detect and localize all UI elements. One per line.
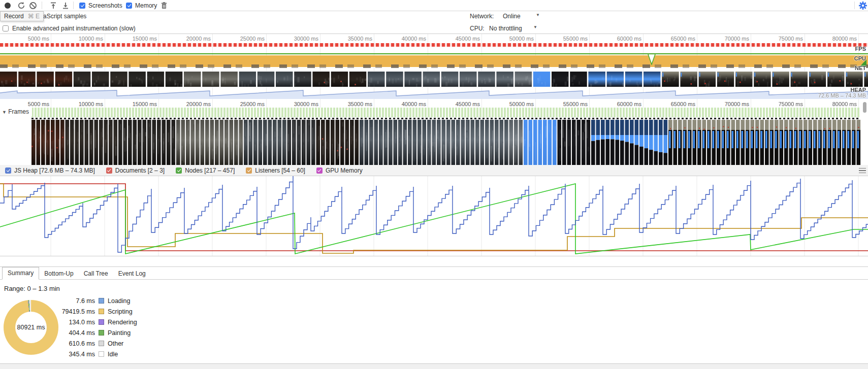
counter-checkbox[interactable] (5, 167, 11, 174)
ruler-tick-label: 50000 ms (509, 36, 534, 42)
ruler-tick-label: 20000 ms (186, 101, 211, 107)
counter-checkbox[interactable] (106, 167, 112, 174)
summary-swatch (99, 319, 104, 325)
frames-section-header[interactable]: ▼ Frames (0, 107, 32, 116)
clear-icon[interactable] (28, 1, 38, 10)
counter-checkbox[interactable] (176, 167, 182, 174)
summary-swatch (99, 309, 104, 314)
network-select-arrow-icon[interactable]: ▼ (536, 13, 540, 17)
reload-icon[interactable] (17, 1, 26, 10)
memory-counters-chart[interactable] (0, 176, 868, 256)
ruler-tick-label: 70000 ms (725, 101, 749, 107)
bottom-statusbar (0, 363, 868, 369)
cpu-lane-label: CPU (854, 55, 866, 61)
summary-legend-row: 134.0 msRendering (48, 318, 137, 326)
summary-value: 79419.5 ms (48, 308, 95, 315)
ruler-tick-label: 30000 ms (294, 101, 318, 107)
memory-counters-legend-bar: JS Heap [72.6 MB – 74.3 MB]Documents [2 … (0, 165, 868, 176)
ruler-tick-label: 10000 ms (79, 36, 103, 42)
ruler-tick-label: 40000 ms (402, 36, 426, 42)
tab-call-tree[interactable]: Call Tree (79, 268, 113, 280)
counter-checkbox[interactable] (246, 167, 252, 174)
summary-category-label: Scripting (108, 308, 133, 315)
ruler-tick-label: 40000 ms (402, 101, 426, 107)
fps-chart (0, 43, 868, 47)
cpu-throttle-label: CPU: (470, 25, 485, 32)
ruler-tick-label: 25000 ms (240, 101, 265, 107)
memory-checkbox[interactable] (126, 3, 132, 9)
ruler-tick-label: 10000 ms (79, 101, 103, 107)
ruler-tick-label: 25000 ms (240, 36, 265, 42)
summary-legend-row: 404.4 msPainting (48, 329, 131, 337)
load-profile-icon[interactable] (49, 1, 58, 10)
fps-lane-label: FPS (855, 46, 866, 52)
record-tooltip-shortcut: ⌘ E (28, 13, 40, 20)
cpu-throttle-select-arrow-icon[interactable]: ▼ (533, 25, 537, 29)
ruler-tick-label: 55000 ms (563, 36, 588, 42)
overview-heap-chart (0, 88, 868, 99)
ruler-tick-label: 60000 ms (617, 101, 641, 107)
counter-legend-item[interactable]: Nodes [217 – 457] (176, 167, 235, 174)
tab-summary[interactable]: Summary (2, 267, 39, 280)
memory-checkbox-label[interactable]: Memory (135, 2, 157, 9)
network-select[interactable]: Online (503, 13, 521, 20)
tab-bottom-up[interactable]: Bottom-Up (39, 268, 78, 280)
counter-label: Nodes [217 – 457] (185, 167, 235, 174)
ruler-tick-label: 20000 ms (186, 36, 211, 42)
toolbar-divider (42, 2, 42, 9)
ruler-tick-label: 5000 ms (28, 101, 49, 107)
counter-legend-item[interactable]: GPU Memory (316, 167, 363, 174)
record-tooltip-label: Record (4, 13, 24, 20)
devtools-performance-panel: Screenshots Memory (0, 0, 868, 369)
ruler-tick-label: 15000 ms (133, 101, 157, 107)
tab-event-log[interactable]: Event Log (113, 268, 151, 280)
frames-filmstrip[interactable] (0, 120, 868, 165)
ruler-tick-label: 35000 ms (348, 36, 372, 42)
summary-value: 7.6 ms (48, 297, 95, 305)
cpu-throttle-select[interactable]: No throttling (489, 25, 522, 32)
summary-value: 610.6 ms (48, 340, 95, 347)
timeline-overview-pane[interactable]: 5000 ms10000 ms15000 ms20000 ms25000 ms3… (0, 33, 868, 99)
summary-category-label: Loading (108, 297, 131, 305)
overview-screenshots-filmstrip[interactable] (0, 71, 868, 87)
ruler-tick-label: 75000 ms (779, 36, 803, 42)
memory-counters-legend: JS Heap [72.6 MB – 74.3 MB]Documents [2 … (5, 167, 363, 174)
vertical-scrollbar-thumb[interactable] (863, 102, 866, 113)
settings-gear-icon[interactable] (858, 1, 867, 10)
toolbar-divider (73, 2, 74, 9)
frame-duration-bars[interactable] (31, 108, 860, 117)
summary-swatch (99, 298, 104, 304)
summary-legend-row: 7.6 msLoading (48, 297, 131, 305)
screenshots-checkbox-label[interactable]: Screenshots (88, 2, 122, 9)
counter-legend-item[interactable]: Documents [2 – 3] (106, 167, 165, 174)
screenshots-checkbox[interactable] (79, 3, 85, 9)
summary-value: 345.4 ms (48, 351, 95, 358)
ruler-tick-label: 80000 ms (832, 36, 857, 42)
save-profile-icon[interactable] (61, 1, 70, 10)
summary-category-label: Rendering (108, 319, 137, 326)
summary-value: 404.4 ms (48, 329, 95, 337)
summary-swatch (99, 351, 104, 357)
donut-total-label: 80921 ms (15, 312, 47, 343)
counter-label: Listeners [54 – 60] (255, 167, 305, 174)
record-button[interactable] (3, 1, 12, 10)
trash-icon[interactable] (159, 1, 169, 10)
frames-pane[interactable]: 5000 ms10000 ms15000 ms20000 ms25000 ms3… (0, 99, 868, 165)
counter-label: GPU Memory (326, 167, 363, 174)
counter-legend-item[interactable]: JS Heap [72.6 MB – 74.3 MB] (5, 167, 95, 174)
paint-instrumentation-label[interactable]: Enable advanced paint instrumentation (s… (12, 25, 136, 32)
counters-menu-icon[interactable] (859, 168, 866, 173)
ruler-tick-label: 5000 ms (28, 36, 49, 42)
summary-category-label: Painting (108, 329, 131, 337)
ruler-tick-label: 75000 ms (779, 101, 803, 107)
net-lane-label: NET (855, 65, 866, 71)
paint-instrumentation-checkbox[interactable] (3, 25, 9, 31)
counter-checkbox[interactable] (316, 167, 323, 174)
ruler-tick-label: 80000 ms (832, 101, 857, 107)
toolbar-divider (854, 2, 855, 9)
ruler-tick-label: 60000 ms (617, 36, 641, 42)
summary-swatch (99, 330, 104, 336)
counter-legend-item[interactable]: Listeners [54 – 60] (246, 167, 305, 174)
ruler-tick-label: 55000 ms (563, 101, 588, 107)
js-samples-checkbox-label[interactable]: aScript samples (43, 13, 86, 20)
